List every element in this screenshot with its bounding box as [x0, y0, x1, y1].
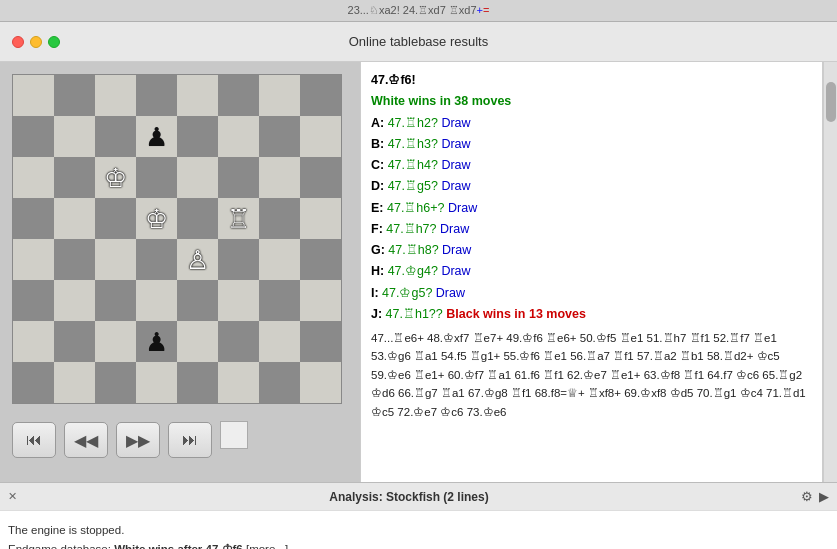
cell-7-0[interactable]	[13, 362, 54, 403]
analysis-close-button[interactable]: ✕	[8, 490, 17, 503]
cell-4-6[interactable]	[259, 239, 300, 280]
cell-1-4[interactable]	[177, 116, 218, 157]
engine-line-2: Endgame database: White wins after 47.♔f…	[8, 541, 829, 549]
cell-4-0[interactable]	[13, 239, 54, 280]
chess-board: ♟♔♔♖♙♟	[12, 74, 342, 404]
cell-3-5[interactable]: ♖	[218, 198, 259, 239]
minimize-button[interactable]	[30, 36, 42, 48]
settings-icon[interactable]: ⚙	[801, 489, 813, 504]
cell-6-2[interactable]	[95, 321, 136, 362]
cell-3-2[interactable]	[95, 198, 136, 239]
color-indicator	[220, 421, 248, 449]
cell-0-5[interactable]	[218, 75, 259, 116]
cell-5-1[interactable]	[54, 280, 95, 321]
cell-7-5[interactable]	[218, 362, 259, 403]
cell-0-1[interactable]	[54, 75, 95, 116]
cell-6-6[interactable]	[259, 321, 300, 362]
cell-1-5[interactable]	[218, 116, 259, 157]
right-scrollbar[interactable]	[823, 62, 837, 482]
cell-5-7[interactable]	[300, 280, 341, 321]
cell-1-1[interactable]	[54, 116, 95, 157]
close-button[interactable]	[12, 36, 24, 48]
endgame-more: [more...]	[246, 543, 288, 549]
cell-0-6[interactable]	[259, 75, 300, 116]
cell-1-7[interactable]	[300, 116, 341, 157]
best-move: 47.♔f6!	[371, 73, 416, 87]
maximize-button[interactable]	[48, 36, 60, 48]
line-result-6: Draw	[442, 243, 471, 257]
play-icon[interactable]: ▶	[819, 489, 829, 504]
line-result-3: Draw	[441, 179, 470, 193]
cell-2-6[interactable]	[259, 157, 300, 198]
cell-7-6[interactable]	[259, 362, 300, 403]
cell-6-1[interactable]	[54, 321, 95, 362]
cell-7-7[interactable]	[300, 362, 341, 403]
cell-4-7[interactable]	[300, 239, 341, 280]
cell-5-3[interactable]	[136, 280, 177, 321]
cell-0-3[interactable]	[136, 75, 177, 116]
cell-1-3[interactable]: ♟	[136, 116, 177, 157]
results-panel[interactable]: 47.♔f6! White wins in 38 moves A: 47.♖h2…	[360, 62, 823, 482]
cell-0-7[interactable]	[300, 75, 341, 116]
cell-3-3[interactable]: ♔	[136, 198, 177, 239]
line-label-1: B:	[371, 137, 388, 151]
last-move-button[interactable]: ⏭	[168, 422, 212, 458]
next-move-button[interactable]: ▶▶	[116, 422, 160, 458]
cell-7-4[interactable]	[177, 362, 218, 403]
cell-5-4[interactable]	[177, 280, 218, 321]
cell-7-1[interactable]	[54, 362, 95, 403]
line-move-5: 47.♖h7?	[386, 222, 440, 236]
cell-4-5[interactable]	[218, 239, 259, 280]
cell-7-2[interactable]	[95, 362, 136, 403]
cell-5-2[interactable]	[95, 280, 136, 321]
cell-2-0[interactable]	[13, 157, 54, 198]
cell-4-1[interactable]	[54, 239, 95, 280]
cell-2-1[interactable]	[54, 157, 95, 198]
cell-2-3[interactable]	[136, 157, 177, 198]
line-move-7: 47.♔g4?	[388, 264, 442, 278]
cell-6-4[interactable]	[177, 321, 218, 362]
result-line-3: D: 47.♖g5? Draw	[371, 176, 812, 197]
cell-1-0[interactable]	[13, 116, 54, 157]
cell-3-4[interactable]	[177, 198, 218, 239]
scrollbar-thumb[interactable]	[826, 82, 836, 122]
cell-1-2[interactable]	[95, 116, 136, 157]
cell-1-6[interactable]	[259, 116, 300, 157]
cell-3-7[interactable]	[300, 198, 341, 239]
line-label-3: D:	[371, 179, 388, 193]
cell-3-0[interactable]	[13, 198, 54, 239]
cell-2-4[interactable]	[177, 157, 218, 198]
cell-5-5[interactable]	[218, 280, 259, 321]
cell-6-7[interactable]	[300, 321, 341, 362]
cell-4-4[interactable]: ♙	[177, 239, 218, 280]
cell-0-2[interactable]	[95, 75, 136, 116]
line-label-6: G:	[371, 243, 388, 257]
cell-0-4[interactable]	[177, 75, 218, 116]
cell-6-0[interactable]	[13, 321, 54, 362]
result-line-9: J: 47.♖h1?? Black wins in 13 moves	[371, 304, 812, 325]
result-line-5: F: 47.♖h7? Draw	[371, 219, 812, 240]
cell-5-0[interactable]	[13, 280, 54, 321]
traffic-lights[interactable]	[12, 36, 60, 48]
board-area: ♟♔♔♖♙♟ ⏮ ◀◀ ▶▶ ⏭	[0, 62, 360, 482]
prev-move-button[interactable]: ◀◀	[64, 422, 108, 458]
cell-4-3[interactable]	[136, 239, 177, 280]
first-move-button[interactable]: ⏮	[12, 422, 56, 458]
cell-7-3[interactable]	[136, 362, 177, 403]
cell-6-5[interactable]	[218, 321, 259, 362]
cell-0-0[interactable]	[13, 75, 54, 116]
tab-bar: 23...♘xa2! 24.♖xd7 ♖xd7+=	[0, 0, 837, 22]
cell-5-6[interactable]	[259, 280, 300, 321]
cell-3-1[interactable]	[54, 198, 95, 239]
white-wins-text: White wins in 38 moves	[371, 91, 812, 112]
cell-2-7[interactable]	[300, 157, 341, 198]
cell-4-2[interactable]	[95, 239, 136, 280]
result-line-2: C: 47.♖h4? Draw	[371, 155, 812, 176]
cell-3-6[interactable]	[259, 198, 300, 239]
cell-6-3[interactable]: ♟	[136, 321, 177, 362]
engine-line-1: The engine is stopped.	[8, 522, 829, 539]
cell-2-5[interactable]	[218, 157, 259, 198]
line-move-3: 47.♖g5?	[388, 179, 442, 193]
line-result-0: Draw	[441, 116, 470, 130]
cell-2-2[interactable]: ♔	[95, 157, 136, 198]
